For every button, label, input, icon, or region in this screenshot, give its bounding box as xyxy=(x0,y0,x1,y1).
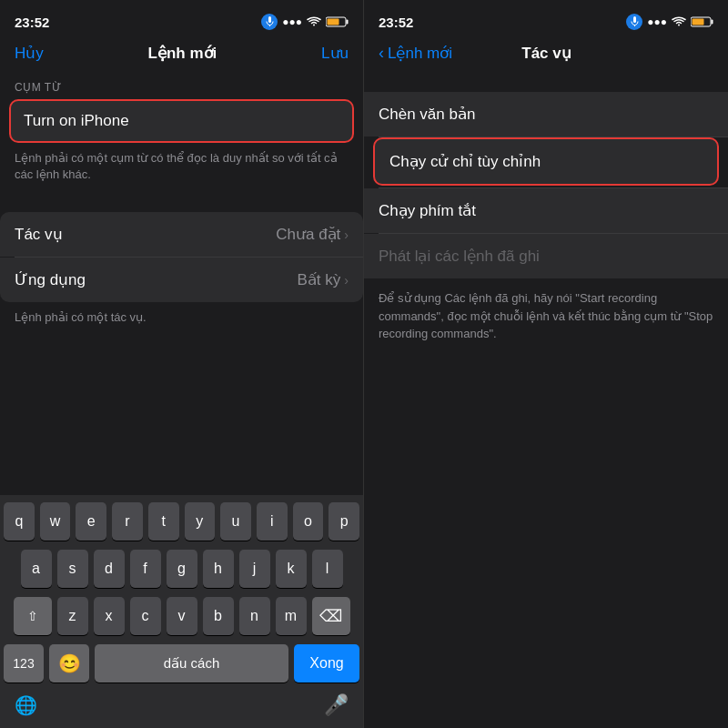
action-shortcut[interactable]: Chạy phím tắt xyxy=(364,188,728,233)
svg-rect-8 xyxy=(712,20,713,25)
page-title-left: Lệnh mới xyxy=(148,44,217,63)
key-z[interactable]: z xyxy=(57,597,88,635)
key-f[interactable]: f xyxy=(130,550,161,588)
nav-bar-right: ‹ Lệnh mới Tác vụ xyxy=(364,40,728,74)
space-key[interactable]: dấu cách xyxy=(95,644,288,682)
key-g[interactable]: g xyxy=(167,550,197,588)
key-w[interactable]: w xyxy=(40,502,71,541)
action-playback: Phát lại các lệnh đã ghi xyxy=(364,234,728,278)
key-c[interactable]: c xyxy=(130,597,161,635)
status-icons-right: ●●● xyxy=(626,14,713,30)
num-key[interactable]: 123 xyxy=(4,644,44,682)
key-m[interactable]: m xyxy=(276,597,307,635)
time-right: 23:52 xyxy=(379,15,413,30)
status-bar-right: 23:52 ●●● xyxy=(364,0,728,40)
key-d[interactable]: d xyxy=(94,550,125,588)
svg-rect-3 xyxy=(347,20,349,25)
key-l[interactable]: l xyxy=(312,550,343,588)
svg-rect-0 xyxy=(268,16,271,23)
settings-list: Tác vụ Chưa đặt › Ứng dụng Bất kỳ › xyxy=(0,212,363,302)
right-phone-panel: 23:52 ●●● xyxy=(364,0,728,728)
chevron-icon-app: › xyxy=(344,273,349,288)
key-q[interactable]: q xyxy=(4,502,35,541)
svg-rect-5 xyxy=(633,16,636,23)
key-h[interactable]: h xyxy=(203,550,234,588)
mic-icon-right xyxy=(626,14,642,30)
app-helper-text: Lệnh phải có một tác vụ. xyxy=(0,302,363,333)
key-s[interactable]: s xyxy=(57,550,88,588)
key-p[interactable]: p xyxy=(329,502,359,541)
phrase-helper-text: Lệnh phải có một cụm từ có thể đọc là du… xyxy=(0,143,363,197)
cancel-button[interactable]: Hủy xyxy=(15,44,44,63)
shift-key[interactable]: ⇧ xyxy=(14,597,52,635)
back-button[interactable]: ‹ Lệnh mới xyxy=(379,44,452,63)
time-left: 23:52 xyxy=(15,15,49,30)
page-title-right: Tác vụ xyxy=(521,44,571,63)
action-custom-gesture[interactable]: Chạy cử chỉ tùy chỉnh xyxy=(373,137,719,186)
save-button[interactable]: Lưu xyxy=(321,44,349,63)
action-value: Chưa đặt › xyxy=(276,225,349,244)
action-label: Tác vụ xyxy=(15,225,63,244)
status-bar-left: 23:52 ●●● xyxy=(0,0,363,40)
right-helper-text: Để sử dụng Các lệnh đã ghi, hãy nói "Sta… xyxy=(364,278,728,354)
keyboard-accessory: 🌐 🎤 xyxy=(0,686,363,721)
status-icons-left: ●●● xyxy=(261,14,349,30)
key-e[interactable]: e xyxy=(76,502,106,541)
key-u[interactable]: u xyxy=(220,502,251,541)
battery-icon-right xyxy=(691,16,713,27)
key-row-2: a s d f g h j k l xyxy=(4,550,359,588)
wifi-icon xyxy=(307,16,321,27)
emoji-key[interactable]: 😊 xyxy=(49,644,89,682)
key-t[interactable]: t xyxy=(148,502,179,541)
key-v[interactable]: v xyxy=(167,597,197,635)
svg-rect-4 xyxy=(328,19,339,25)
left-phone-panel: 23:52 ●●● Hủy xyxy=(0,0,364,728)
app-row[interactable]: Ứng dụng Bất kỳ › xyxy=(0,258,363,302)
key-r[interactable]: r xyxy=(112,502,143,541)
backspace-key[interactable]: ⌫ xyxy=(312,597,350,635)
key-row-1: q w e r t y u i o p xyxy=(4,502,359,541)
key-b[interactable]: b xyxy=(203,597,234,635)
done-key[interactable]: Xong xyxy=(294,644,359,682)
app-label: Ứng dụng xyxy=(15,270,86,289)
mic-bottom-icon[interactable]: 🎤 xyxy=(324,693,349,717)
keyboard-rows: q w e r t y u i o p a s d f g h j k xyxy=(0,495,363,635)
phrase-text: Turn on iPhone xyxy=(24,112,129,129)
key-k[interactable]: k xyxy=(276,550,307,588)
key-j[interactable]: j xyxy=(239,550,270,588)
mic-icon xyxy=(261,14,278,30)
chevron-back-icon: ‹ xyxy=(379,44,384,63)
key-n[interactable]: n xyxy=(239,597,270,635)
chevron-icon-action: › xyxy=(344,228,349,242)
key-y[interactable]: y xyxy=(185,502,216,541)
globe-icon[interactable]: 🌐 xyxy=(15,694,37,716)
svg-rect-9 xyxy=(693,19,704,25)
action-row[interactable]: Tác vụ Chưa đặt › xyxy=(0,212,363,257)
signal-icon-right: ●●● xyxy=(647,15,667,28)
keyboard[interactable]: q w e r t y u i o p a s d f g h j k xyxy=(0,495,363,728)
key-x[interactable]: x xyxy=(94,597,125,635)
key-i[interactable]: i xyxy=(257,502,288,541)
key-row-3: ⇧ z x c v b n m ⌫ xyxy=(4,597,359,635)
signal-icon: ●●● xyxy=(282,15,302,28)
wifi-icon-right xyxy=(672,16,686,27)
keyboard-bottom-row: 123 😊 dấu cách Xong xyxy=(0,644,363,686)
actions-list: Chèn văn bản Chạy cử chỉ tùy chỉnh Chạy … xyxy=(364,92,728,278)
action-insert-text[interactable]: Chèn văn bản xyxy=(364,92,728,136)
nav-bar-left: Hủy Lệnh mới Lưu xyxy=(0,40,363,74)
back-label: Lệnh mới xyxy=(388,44,452,63)
app-value: Bất kỳ › xyxy=(298,270,349,289)
battery-icon-left xyxy=(326,16,349,27)
key-o[interactable]: o xyxy=(293,502,324,541)
section-label-phrase: CỤM TỪ xyxy=(0,74,363,99)
phrase-input-field[interactable]: Turn on iPhone xyxy=(9,99,354,143)
key-a[interactable]: a xyxy=(21,550,52,588)
